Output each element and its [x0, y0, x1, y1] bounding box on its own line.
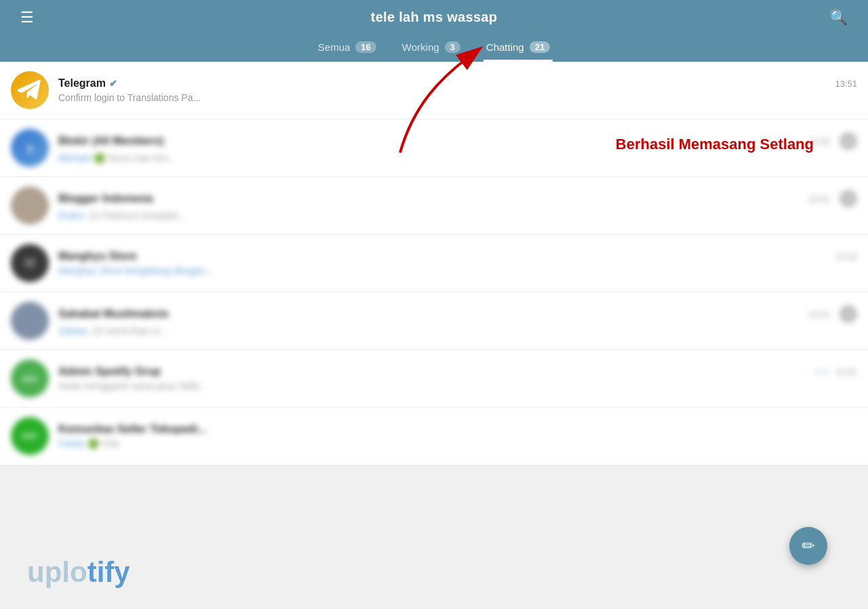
unread-badge-blogger: —: [840, 190, 857, 208]
watermark: uplotify: [27, 556, 130, 589]
chat-preview-spotify: Anda mengganti nama grup Helly...: [58, 380, 411, 391]
chat-preview-blogger: Endro: 21 Platinum template...: [58, 210, 411, 221]
unread-badge-sahabat: —: [840, 305, 857, 323]
chat-item-telegram[interactable]: Telegram ✔ 13:51 Confirm login to Transl…: [0, 62, 868, 119]
avatar-blokir: ›: [11, 129, 49, 167]
avatar-manghyu: M: [11, 244, 49, 282]
chat-content-blogger: Blogger Indonesia 13:41 — Endro: 21 Plat…: [58, 190, 857, 221]
chat-name-manghyu: Manghyu Store: [58, 250, 137, 262]
chat-time-spotify: 13:31: [835, 367, 857, 377]
chat-preview-sahabat: Zahwa: 10 menit lhae oi...: [58, 326, 411, 336]
chat-content-manghyu: Manghyu Store 13:33 Manghyu Store bergab…: [58, 250, 857, 276]
tab-semua-badge: 16: [355, 41, 376, 53]
chat-time-sahabat: 13:31: [808, 309, 830, 319]
search-icon[interactable]: 🔍: [829, 9, 848, 26]
avatar-sahabat: [11, 302, 49, 340]
app-header: ☰ tele lah ms wassap 🔍 Semua 16 Working …: [0, 0, 868, 62]
tab-semua[interactable]: Semua 16: [315, 36, 379, 62]
chat-preview-blokir: Michael 🟢 Sorry man bro...: [58, 153, 411, 163]
chat-name-row-blokir: Blokir (All Members) 13:33 —: [58, 132, 857, 150]
chat-name-tokopedia: Komunitas Seller Tokopedi...: [58, 423, 206, 435]
chat-time-telegram: 13:51: [835, 79, 857, 89]
chat-preview-telegram: Confirm login to Translations Pa...: [58, 92, 411, 103]
chat-item-sahabat[interactable]: Sahabat Muslimaknis 13:31 — Zahwa: 10 me…: [0, 292, 868, 350]
chat-content-blokir: Blokir (All Members) 13:33 — Michael 🟢 S…: [58, 132, 857, 163]
chat-list: Telegram ✔ 13:51 Confirm login to Transl…: [0, 62, 868, 465]
chat-content-telegram: Telegram ✔ 13:51 Confirm login to Transl…: [58, 77, 857, 103]
chat-name-telegram: Telegram ✔: [58, 77, 117, 90]
app-title: tele lah ms wassap: [371, 9, 498, 25]
chat-preview-tokopedia: Farely 🟢 Yolo: [58, 438, 411, 449]
chat-time-blogger: 13:41: [808, 194, 830, 204]
tab-chatting-badge: 21: [530, 41, 550, 53]
avatar-blogger: [11, 186, 49, 224]
tab-semua-label: Semua: [318, 41, 351, 53]
avatar-spotify: adm: [11, 359, 49, 397]
hamburger-icon[interactable]: ☰: [20, 10, 34, 25]
verified-icon: ✔: [109, 78, 117, 89]
chat-item-spotify[interactable]: adm Admin Spotify Grup ✓✓ 13:31 Anda men…: [0, 350, 868, 408]
chat-item-tokopedia[interactable]: KST Komunitas Seller Tokopedi... Farely …: [0, 408, 868, 465]
watermark-suffix: tify: [87, 556, 130, 588]
tab-chatting-label: Chatting: [486, 41, 524, 53]
fab-icon: ✏: [802, 536, 815, 555]
tab-working-badge: 3: [445, 41, 460, 53]
chat-name-spotify: Admin Spotify Grup: [58, 366, 161, 378]
chat-name-row: Telegram ✔ 13:51: [58, 77, 857, 90]
tab-chatting[interactable]: Chatting 21: [484, 36, 553, 62]
avatar-telegram: [11, 71, 49, 109]
chat-name-sahabat: Sahabat Muslimaknis: [58, 308, 169, 320]
header-top: ☰ tele lah ms wassap 🔍: [14, 9, 854, 33]
chat-preview-manghyu: Manghyu Store bergabung dengan...: [58, 265, 411, 276]
tab-working-label: Working: [402, 41, 439, 53]
chat-item-manghyu[interactable]: M Manghyu Store 13:33 Manghyu Store berg…: [0, 235, 868, 292]
chat-content-tokopedia: Komunitas Seller Tokopedi... Farely 🟢 Yo…: [58, 423, 857, 449]
chat-time-blokir: 13:33: [808, 136, 830, 146]
chat-content-sahabat: Sahabat Muslimaknis 13:31 — Zahwa: 10 me…: [58, 305, 857, 336]
fab-compose-button[interactable]: ✏: [789, 527, 827, 565]
tab-working[interactable]: Working 3: [399, 36, 463, 62]
chat-name-blogger: Blogger Indonesia: [58, 193, 153, 205]
avatar-tokopedia: KST: [11, 417, 49, 455]
chat-content-spotify: Admin Spotify Grup ✓✓ 13:31 Anda menggan…: [58, 366, 857, 391]
tab-bar: Semua 16 Working 3 Chatting 21: [14, 33, 854, 62]
chat-item-blogger[interactable]: Blogger Indonesia 13:41 — Endro: 21 Plat…: [0, 177, 868, 235]
chat-time-manghyu: 13:33: [835, 252, 857, 262]
chat-item-blokir[interactable]: › Blokir (All Members) 13:33 — Michael 🟢…: [0, 119, 868, 177]
chat-name-blokir: Blokir (All Members): [58, 135, 164, 147]
unread-badge-blokir: —: [840, 132, 857, 150]
read-tick-spotify: ✓✓: [814, 366, 830, 377]
watermark-prefix: uplo: [27, 556, 87, 588]
